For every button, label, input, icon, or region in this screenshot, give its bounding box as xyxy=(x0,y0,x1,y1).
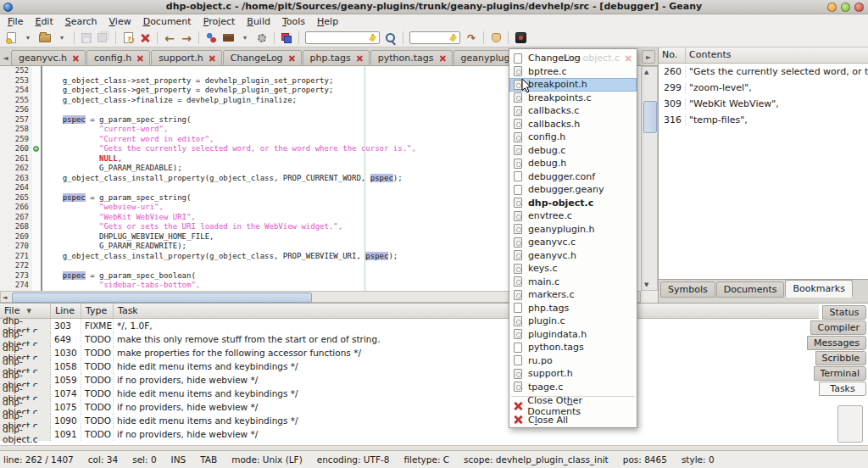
nav-back-button[interactable]: ← xyxy=(162,30,177,47)
task-row[interactable]: dhp-object.c1074TODOhide edit menu items… xyxy=(0,387,819,400)
message-tab-tasks[interactable]: Tasks xyxy=(819,382,866,396)
menu-item-debug.h[interactable]: debug.h xyxy=(509,157,637,170)
sidebar-tab-symbols[interactable]: Symbols xyxy=(660,281,715,298)
line-number[interactable]: 267 xyxy=(0,213,32,223)
tab-python.tags[interactable]: python.tags xyxy=(370,50,453,65)
marker-margin[interactable] xyxy=(32,193,41,203)
menu-item-callbacks.c[interactable]: callbacks.c xyxy=(509,104,637,118)
scroll-up-button[interactable]: ▲ xyxy=(644,69,648,75)
vertical-scroll-thumb[interactable] xyxy=(643,101,657,133)
line-number[interactable]: 258 xyxy=(0,125,32,135)
menu-item-php.tags[interactable]: php.tags xyxy=(509,302,637,315)
tab-ChangeLog[interactable]: ChangeLog xyxy=(223,50,302,65)
line-number[interactable]: 270 xyxy=(0,242,32,252)
close-tab-icon[interactable] xyxy=(356,55,362,61)
marker-margin[interactable] xyxy=(32,105,41,115)
execute-button[interactable] xyxy=(254,30,270,47)
line-number[interactable]: 268 xyxy=(0,222,32,232)
menu-item-main.c[interactable]: main.c xyxy=(509,276,637,289)
marker-margin[interactable] xyxy=(32,261,41,271)
tab-scroll-left-button[interactable]: ◄ xyxy=(0,50,11,65)
task-row[interactable]: dhp-object.c1075TODOif no providers, hid… xyxy=(0,400,819,414)
line-number[interactable]: 264 xyxy=(0,183,32,193)
menu-item-tpage.c[interactable]: tpage.c xyxy=(509,381,637,394)
tab-config.h[interactable]: config.h xyxy=(86,50,150,65)
menu-item-plugindata.h[interactable]: plugindata.h xyxy=(509,328,637,342)
menu-item-close-other-documents[interactable]: Close Other Documents xyxy=(509,399,637,413)
line-number[interactable]: 260 xyxy=(0,144,32,154)
close-button[interactable] xyxy=(137,30,153,47)
menu-item-ru.po[interactable]: ru.po xyxy=(509,354,637,368)
search-entry[interactable] xyxy=(305,31,380,44)
marker-margin[interactable] xyxy=(32,125,41,135)
menu-item-geanyvc.h[interactable]: geanyvc.h xyxy=(509,249,637,263)
menu-item-debug.c[interactable]: debug.c xyxy=(509,144,637,158)
menu-item-support.h[interactable]: support.h xyxy=(509,367,637,381)
task-row[interactable]: dhp-object.c1030TODOmake properties for … xyxy=(0,346,819,359)
scroll-left-button[interactable]: ◄ xyxy=(3,294,7,301)
menu-item-envtree.c[interactable]: envtree.c xyxy=(509,209,637,223)
bookmark-row[interactable]: 260"Gets the currently selected word, or… xyxy=(659,64,868,80)
column-header-type[interactable]: Type xyxy=(81,304,114,318)
menu-item-debugger.geany[interactable]: debugger.geany xyxy=(509,183,637,197)
marker-margin[interactable] xyxy=(32,252,41,262)
tasks-scrollbar[interactable] xyxy=(837,405,863,443)
close-tab-icon[interactable] xyxy=(73,55,79,61)
line-number[interactable]: 265 xyxy=(0,193,32,203)
close-tab-icon[interactable] xyxy=(137,55,143,61)
line-number[interactable]: 263 xyxy=(0,174,32,184)
marker-margin[interactable] xyxy=(32,222,41,232)
message-tab-messages[interactable]: Messages xyxy=(807,336,866,350)
color-chooser-button[interactable] xyxy=(279,30,294,47)
task-row[interactable]: dhp-object.c303FIXME*/, 1.0F, xyxy=(0,319,819,332)
task-row[interactable]: dhp-object.c1059TODOif no providers, hid… xyxy=(0,373,819,387)
new-file-dropdown[interactable]: ▾ xyxy=(20,30,36,47)
clear-entry-icon[interactable] xyxy=(449,34,457,42)
menu-item-callbacks.h[interactable]: callbacks.h xyxy=(509,118,637,131)
clear-entry-icon[interactable] xyxy=(369,34,376,42)
marker-margin[interactable] xyxy=(32,203,41,213)
goto-entry[interactable] xyxy=(409,31,460,44)
line-number[interactable]: 261 xyxy=(0,154,32,164)
line-number[interactable]: 256 xyxy=(0,105,32,115)
goto-line-button[interactable]: ↷ xyxy=(464,30,479,47)
titlebar[interactable]: dhp-object.c - /home/pit/Sources/geany-p… xyxy=(0,0,868,14)
menu-item-keys.c[interactable]: keys.c xyxy=(509,262,637,276)
menu-item-geanyvc.c[interactable]: geanyvc.c xyxy=(509,236,637,249)
close-tab-icon[interactable] xyxy=(439,55,445,61)
line-number[interactable]: 252 xyxy=(0,66,32,76)
menu-item-python.tags[interactable]: python.tags xyxy=(509,341,637,354)
marker-margin[interactable] xyxy=(32,86,41,96)
tab-support.h[interactable]: support.h xyxy=(151,50,222,65)
bookmark-row[interactable]: 309"WebKit WebView", xyxy=(659,96,868,112)
message-tab-compiler[interactable]: Compiler xyxy=(810,320,866,335)
marker-margin[interactable] xyxy=(32,232,41,242)
line-number[interactable]: 255 xyxy=(0,96,32,106)
menu-help[interactable]: Help xyxy=(311,15,344,28)
menu-edit[interactable]: Edit xyxy=(29,15,58,28)
debug-button[interactable] xyxy=(513,30,528,47)
task-row[interactable]: dhp-object.c1090TODOhide edit menu items… xyxy=(0,414,819,427)
maximize-button[interactable] xyxy=(841,3,850,12)
open-file-button[interactable] xyxy=(37,30,53,47)
marker-margin[interactable] xyxy=(32,154,41,164)
task-row[interactable]: dhp-object.c649TODOmake this only remove… xyxy=(0,332,819,346)
line-number[interactable]: 273 xyxy=(0,271,32,281)
line-number[interactable]: 262 xyxy=(0,164,32,174)
menu-view[interactable]: View xyxy=(103,15,137,28)
menu-search[interactable]: Search xyxy=(59,15,103,28)
line-number[interactable]: 272 xyxy=(0,261,32,271)
tab-geanyvc.h[interactable]: geanyvc.h xyxy=(11,50,86,65)
new-file-button[interactable] xyxy=(3,30,19,47)
menu-item-plugin.c[interactable]: plugin.c xyxy=(509,315,637,328)
marker-margin[interactable] xyxy=(32,76,41,86)
revert-button[interactable] xyxy=(120,30,136,47)
marker-margin[interactable] xyxy=(32,174,41,184)
editor-vertical-scrollbar[interactable]: ▲ ▼ xyxy=(641,66,658,291)
scroll-down-button[interactable]: ▼ xyxy=(644,281,648,288)
horizontal-scroll-thumb[interactable] xyxy=(12,292,312,303)
bookmark-row[interactable]: 299"zoom-level", xyxy=(659,80,868,96)
menu-item-geanyplugin.h[interactable]: geanyplugin.h xyxy=(509,223,637,237)
build-dropdown[interactable]: ▾ xyxy=(237,30,253,47)
column-header-contents[interactable]: Contents xyxy=(686,47,868,63)
